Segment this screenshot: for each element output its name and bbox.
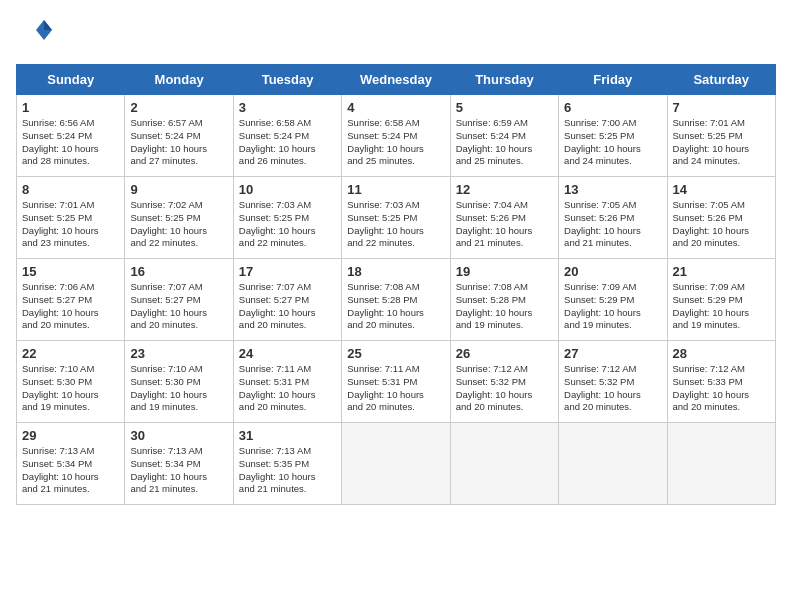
day-number: 11 [347,182,444,197]
calendar-cell: 1Sunrise: 6:56 AM Sunset: 5:24 PM Daylig… [17,95,125,177]
calendar-cell: 27Sunrise: 7:12 AM Sunset: 5:32 PM Dayli… [559,341,667,423]
day-number: 13 [564,182,661,197]
day-info: Sunrise: 7:08 AM Sunset: 5:28 PM Dayligh… [456,281,553,332]
day-info: Sunrise: 7:10 AM Sunset: 5:30 PM Dayligh… [22,363,119,414]
calendar-cell: 10Sunrise: 7:03 AM Sunset: 5:25 PM Dayli… [233,177,341,259]
day-number: 16 [130,264,227,279]
day-info: Sunrise: 6:58 AM Sunset: 5:24 PM Dayligh… [347,117,444,168]
day-number: 29 [22,428,119,443]
calendar-cell: 8Sunrise: 7:01 AM Sunset: 5:25 PM Daylig… [17,177,125,259]
day-number: 15 [22,264,119,279]
day-info: Sunrise: 7:05 AM Sunset: 5:26 PM Dayligh… [564,199,661,250]
day-number: 9 [130,182,227,197]
calendar-cell: 23Sunrise: 7:10 AM Sunset: 5:30 PM Dayli… [125,341,233,423]
day-info: Sunrise: 6:56 AM Sunset: 5:24 PM Dayligh… [22,117,119,168]
page-header [16,16,776,52]
day-info: Sunrise: 6:59 AM Sunset: 5:24 PM Dayligh… [456,117,553,168]
calendar-cell [667,423,775,505]
day-info: Sunrise: 7:08 AM Sunset: 5:28 PM Dayligh… [347,281,444,332]
calendar-cell: 2Sunrise: 6:57 AM Sunset: 5:24 PM Daylig… [125,95,233,177]
day-number: 22 [22,346,119,361]
logo-icon [16,16,52,52]
day-info: Sunrise: 6:57 AM Sunset: 5:24 PM Dayligh… [130,117,227,168]
calendar-cell: 7Sunrise: 7:01 AM Sunset: 5:25 PM Daylig… [667,95,775,177]
header-row: SundayMondayTuesdayWednesdayThursdayFrid… [17,65,776,95]
day-header-wednesday: Wednesday [342,65,450,95]
calendar-cell: 18Sunrise: 7:08 AM Sunset: 5:28 PM Dayli… [342,259,450,341]
calendar-cell [342,423,450,505]
calendar-cell: 28Sunrise: 7:12 AM Sunset: 5:33 PM Dayli… [667,341,775,423]
calendar-cell: 9Sunrise: 7:02 AM Sunset: 5:25 PM Daylig… [125,177,233,259]
calendar-cell: 19Sunrise: 7:08 AM Sunset: 5:28 PM Dayli… [450,259,558,341]
day-number: 18 [347,264,444,279]
day-number: 28 [673,346,770,361]
calendar-cell: 29Sunrise: 7:13 AM Sunset: 5:34 PM Dayli… [17,423,125,505]
day-number: 23 [130,346,227,361]
day-number: 25 [347,346,444,361]
day-info: Sunrise: 7:07 AM Sunset: 5:27 PM Dayligh… [239,281,336,332]
calendar-table: SundayMondayTuesdayWednesdayThursdayFrid… [16,64,776,505]
day-number: 4 [347,100,444,115]
day-info: Sunrise: 7:12 AM Sunset: 5:32 PM Dayligh… [456,363,553,414]
day-info: Sunrise: 7:11 AM Sunset: 5:31 PM Dayligh… [347,363,444,414]
calendar-header: SundayMondayTuesdayWednesdayThursdayFrid… [17,65,776,95]
day-info: Sunrise: 7:12 AM Sunset: 5:33 PM Dayligh… [673,363,770,414]
calendar-cell: 5Sunrise: 6:59 AM Sunset: 5:24 PM Daylig… [450,95,558,177]
day-info: Sunrise: 6:58 AM Sunset: 5:24 PM Dayligh… [239,117,336,168]
day-info: Sunrise: 7:12 AM Sunset: 5:32 PM Dayligh… [564,363,661,414]
week-row-4: 22Sunrise: 7:10 AM Sunset: 5:30 PM Dayli… [17,341,776,423]
day-number: 2 [130,100,227,115]
calendar-cell [559,423,667,505]
calendar-cell: 17Sunrise: 7:07 AM Sunset: 5:27 PM Dayli… [233,259,341,341]
day-number: 3 [239,100,336,115]
day-info: Sunrise: 7:10 AM Sunset: 5:30 PM Dayligh… [130,363,227,414]
calendar-cell: 13Sunrise: 7:05 AM Sunset: 5:26 PM Dayli… [559,177,667,259]
day-header-sunday: Sunday [17,65,125,95]
day-info: Sunrise: 7:00 AM Sunset: 5:25 PM Dayligh… [564,117,661,168]
day-number: 27 [564,346,661,361]
day-info: Sunrise: 7:03 AM Sunset: 5:25 PM Dayligh… [239,199,336,250]
calendar-cell: 25Sunrise: 7:11 AM Sunset: 5:31 PM Dayli… [342,341,450,423]
calendar-cell: 20Sunrise: 7:09 AM Sunset: 5:29 PM Dayli… [559,259,667,341]
day-number: 8 [22,182,119,197]
day-header-saturday: Saturday [667,65,775,95]
day-number: 12 [456,182,553,197]
calendar-cell: 31Sunrise: 7:13 AM Sunset: 5:35 PM Dayli… [233,423,341,505]
day-info: Sunrise: 7:11 AM Sunset: 5:31 PM Dayligh… [239,363,336,414]
day-info: Sunrise: 7:09 AM Sunset: 5:29 PM Dayligh… [564,281,661,332]
day-info: Sunrise: 7:01 AM Sunset: 5:25 PM Dayligh… [673,117,770,168]
week-row-3: 15Sunrise: 7:06 AM Sunset: 5:27 PM Dayli… [17,259,776,341]
calendar-cell: 24Sunrise: 7:11 AM Sunset: 5:31 PM Dayli… [233,341,341,423]
day-number: 7 [673,100,770,115]
calendar-cell: 15Sunrise: 7:06 AM Sunset: 5:27 PM Dayli… [17,259,125,341]
day-info: Sunrise: 7:13 AM Sunset: 5:34 PM Dayligh… [130,445,227,496]
day-number: 14 [673,182,770,197]
day-info: Sunrise: 7:05 AM Sunset: 5:26 PM Dayligh… [673,199,770,250]
day-info: Sunrise: 7:07 AM Sunset: 5:27 PM Dayligh… [130,281,227,332]
calendar-body: 1Sunrise: 6:56 AM Sunset: 5:24 PM Daylig… [17,95,776,505]
calendar-cell: 16Sunrise: 7:07 AM Sunset: 5:27 PM Dayli… [125,259,233,341]
day-number: 19 [456,264,553,279]
calendar-cell [450,423,558,505]
calendar-cell: 12Sunrise: 7:04 AM Sunset: 5:26 PM Dayli… [450,177,558,259]
day-number: 17 [239,264,336,279]
day-number: 10 [239,182,336,197]
day-number: 30 [130,428,227,443]
calendar-cell: 3Sunrise: 6:58 AM Sunset: 5:24 PM Daylig… [233,95,341,177]
calendar-cell: 21Sunrise: 7:09 AM Sunset: 5:29 PM Dayli… [667,259,775,341]
week-row-1: 1Sunrise: 6:56 AM Sunset: 5:24 PM Daylig… [17,95,776,177]
day-info: Sunrise: 7:09 AM Sunset: 5:29 PM Dayligh… [673,281,770,332]
day-number: 5 [456,100,553,115]
day-info: Sunrise: 7:04 AM Sunset: 5:26 PM Dayligh… [456,199,553,250]
logo [16,16,56,52]
day-header-friday: Friday [559,65,667,95]
calendar-cell: 11Sunrise: 7:03 AM Sunset: 5:25 PM Dayli… [342,177,450,259]
day-header-tuesday: Tuesday [233,65,341,95]
calendar-cell: 26Sunrise: 7:12 AM Sunset: 5:32 PM Dayli… [450,341,558,423]
day-number: 21 [673,264,770,279]
week-row-2: 8Sunrise: 7:01 AM Sunset: 5:25 PM Daylig… [17,177,776,259]
day-info: Sunrise: 7:13 AM Sunset: 5:35 PM Dayligh… [239,445,336,496]
day-number: 24 [239,346,336,361]
day-info: Sunrise: 7:13 AM Sunset: 5:34 PM Dayligh… [22,445,119,496]
day-number: 6 [564,100,661,115]
